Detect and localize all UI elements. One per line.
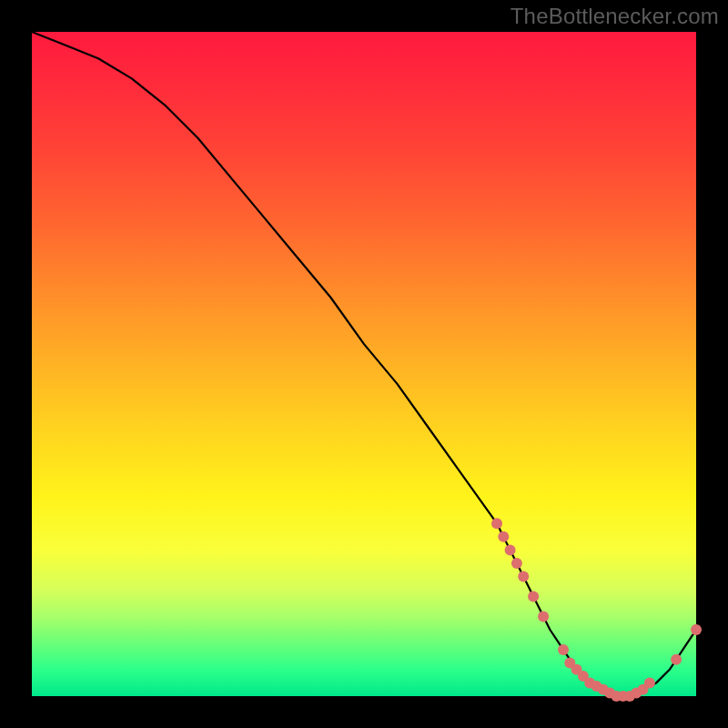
watermark-text: TheBottlenecker.com <box>511 4 719 29</box>
marker-dot <box>528 592 539 602</box>
marker-dot <box>671 654 682 665</box>
marker-dots <box>491 518 702 702</box>
chart-frame: TheBottlenecker.com <box>0 0 728 728</box>
marker-dot <box>691 624 702 635</box>
marker-dot <box>491 518 502 529</box>
marker-dot <box>505 544 516 555</box>
marker-dot <box>644 677 655 688</box>
marker-dot <box>538 611 549 622</box>
marker-dot <box>498 531 509 542</box>
curve-layer <box>32 32 696 696</box>
marker-dot <box>518 571 529 582</box>
plot-area <box>32 32 696 696</box>
bottleneck-curve <box>32 32 696 696</box>
marker-dot <box>558 644 569 655</box>
marker-dot <box>511 558 522 569</box>
